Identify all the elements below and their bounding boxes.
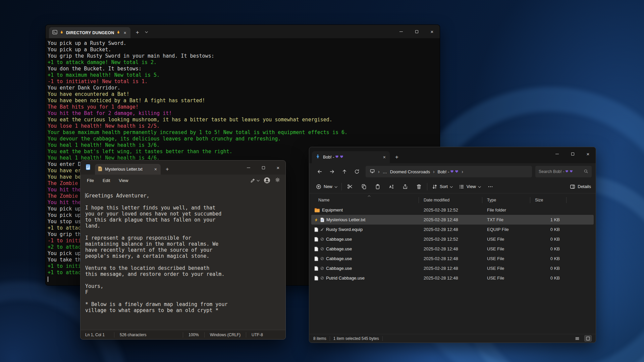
account-avatar[interactable] — [264, 177, 270, 184]
notepad-text-line: people's misery, a certain magical stone… — [85, 253, 285, 259]
terminal-line: -1 to initiative! New total is 1. — [48, 78, 440, 85]
file-row[interactable]: Cabbage.use2025-02-28 12:48USE File0 KB — [311, 244, 594, 254]
terminal-tab-close-icon[interactable]: × — [123, 31, 127, 35]
explorer-tab[interactable]: Bob! - × — [312, 151, 390, 163]
view-button[interactable]: View — [457, 184, 482, 189]
breadcrumb-item-current[interactable]: Bob! - — [438, 169, 459, 174]
up-icon[interactable] — [338, 166, 351, 177]
close-button[interactable]: × — [580, 147, 596, 161]
zoom-level[interactable]: 100% — [183, 332, 204, 338]
menu-file[interactable]: File — [83, 178, 98, 183]
notepad-text-line — [85, 199, 285, 205]
maximize-button[interactable] — [409, 25, 424, 38]
file-name: Putrid Cabbage.use — [326, 276, 365, 281]
column-header-type[interactable]: Type — [482, 197, 530, 203]
terminal-line: You don the Bucket. It bestows: — [48, 66, 440, 72]
notepad-text-line: this message, and restore order to your … — [85, 271, 285, 277]
new-button[interactable]: New — [314, 184, 339, 189]
file-row[interactable]: Putrid Cabbage.use2025-02-28 12:48USE Fi… — [311, 273, 594, 283]
purple-heart-icon — [450, 169, 454, 174]
settings-gear-icon[interactable] — [275, 177, 280, 184]
use-glyph-icon — [320, 237, 324, 241]
notepad-statusbar: Ln 1, Col 1 526 characters 100% Windows … — [80, 330, 285, 339]
share-icon[interactable] — [399, 184, 411, 189]
paste-icon[interactable] — [372, 184, 383, 189]
minimize-button[interactable] — [549, 147, 565, 161]
file-icon — [314, 237, 318, 242]
file-row[interactable]: Cabbage.use2025-02-28 12:48USE File0 KB — [311, 263, 594, 273]
file-row[interactable]: Cabbage.use2025-02-28 12:52USE File0 KB — [311, 234, 594, 244]
file-row[interactable]: Cabbage.use2025-02-28 12:48USE File0 KB — [311, 254, 594, 263]
rename-icon[interactable] — [386, 184, 397, 189]
terminal-line: You have been noticed by a Bat! A fight … — [48, 98, 440, 104]
notepad-tab[interactable]: Mysterious Letter.txt × — [95, 164, 161, 175]
terminal-new-tab-button[interactable]: + — [136, 29, 139, 36]
terminal-line: Your base maximum health permanently inc… — [48, 129, 440, 136]
breadcrumb-chevron-icon — [378, 169, 380, 174]
minimize-button[interactable] — [241, 161, 256, 175]
maximize-button[interactable] — [256, 161, 271, 175]
notepad-text-line: to this dark plague that has fallen on y… — [85, 217, 285, 223]
file-date-modified: 2025-02-28 12:48 — [419, 276, 482, 281]
column-header-size[interactable]: Size — [530, 197, 567, 203]
terminal-app-icon — [52, 30, 57, 36]
notepad-text-line: I represent a group responsible for — [85, 235, 285, 241]
close-button[interactable]: × — [271, 161, 285, 175]
minimize-button[interactable] — [393, 25, 409, 38]
column-headers: Name Date modified Type Size — [311, 196, 594, 204]
refresh-icon[interactable] — [351, 166, 363, 177]
file-type: USE File — [482, 266, 530, 271]
delete-icon[interactable] — [413, 184, 424, 189]
maximize-button[interactable] — [565, 147, 580, 161]
notepad-window-controls: × — [241, 161, 285, 175]
use-glyph-icon — [320, 276, 324, 280]
breadcrumb-collapsed[interactable]: … — [383, 169, 387, 174]
folder-person-icon — [315, 154, 320, 161]
file-type: USE File — [482, 276, 530, 281]
notepad-tab-close-icon[interactable]: × — [154, 167, 158, 172]
notepad-titlebar[interactable]: Mysterious Letter.txt × + × — [80, 161, 285, 175]
terminal-tab-dropdown-icon[interactable] — [145, 28, 147, 34]
breadcrumb-item-parent[interactable]: Doomed Crossroads — [390, 169, 430, 174]
file-icon — [314, 266, 318, 271]
menu-view[interactable]: View — [114, 178, 132, 183]
sort-button[interactable]: Sort — [430, 184, 454, 189]
terminal-tab[interactable]: DIRECTORY DUNGEON × — [49, 27, 130, 38]
file-type: USE File — [482, 246, 530, 251]
file-name: Cabbage.use — [326, 266, 352, 271]
explorer-titlebar[interactable]: Bob! - × + × — [309, 147, 596, 163]
terminal-line: You hit the Bat for 2 damage, killing it… — [48, 110, 440, 117]
back-icon[interactable] — [313, 166, 326, 177]
notepad-window: Mysterious Letter.txt × + × File Edit Vi… — [80, 160, 286, 340]
this-pc-icon[interactable] — [370, 169, 375, 175]
explorer-tab-close-icon[interactable]: × — [382, 155, 386, 160]
cursor-position: Ln 1, Col 1 — [80, 332, 114, 338]
menu-edit[interactable]: Edit — [98, 178, 114, 183]
details-pane-button[interactable]: Details — [570, 184, 591, 189]
breadcrumb[interactable]: … Doomed Crossroads Bob! - — [366, 166, 532, 177]
file-type: USE File — [482, 237, 530, 242]
details-view-toggle-icon[interactable] — [574, 335, 581, 342]
column-header-name[interactable]: Name — [311, 197, 419, 203]
notepad-text-area[interactable]: Greetings Adventurer, I hope this letter… — [80, 186, 285, 330]
terminal-titlebar[interactable]: DIRECTORY DUNGEON × + × — [46, 25, 440, 38]
sort-ascending-icon — [368, 194, 370, 196]
item-count: 8 items — [313, 336, 326, 341]
file-row[interactable]: Mysterious Letter.txt2025-02-28 12:48TXT… — [311, 215, 594, 225]
file-row[interactable]: Equipment2025-02-28 12:52File folder — [311, 205, 594, 215]
edit-pencil-dropdown-icon[interactable] — [250, 178, 259, 183]
notepad-text-line — [85, 277, 285, 283]
close-button[interactable]: × — [424, 25, 440, 38]
column-header-date-modified[interactable]: Date modified — [419, 197, 482, 203]
cut-icon[interactable] — [344, 184, 356, 189]
large-icons-view-toggle-icon[interactable] — [584, 335, 592, 342]
search-input[interactable]: Search Bob! - — [535, 166, 592, 177]
forward-icon[interactable] — [326, 166, 338, 177]
notepad-new-tab-button[interactable]: + — [166, 166, 169, 172]
file-type: USE File — [482, 256, 530, 261]
more-options-icon[interactable] — [485, 184, 496, 189]
file-row[interactable]: Rusty Sword.equip2025-02-28 12:48EQUIP F… — [311, 225, 594, 234]
copy-icon[interactable] — [358, 184, 369, 189]
file-type: EQUIP File — [482, 227, 530, 232]
explorer-new-tab-button[interactable]: + — [395, 154, 398, 161]
